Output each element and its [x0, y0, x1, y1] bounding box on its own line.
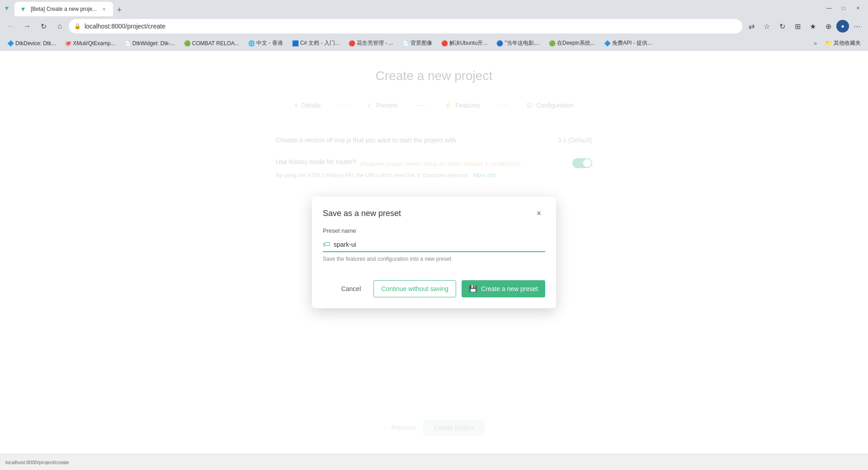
bookmark-icon-6: 🔴	[349, 40, 355, 47]
bookmarks-folder-label: 其他收藏夹	[834, 39, 861, 47]
bookmark-label-2: DtkWidget: Dtk-...	[132, 40, 175, 47]
bookmark-item-3[interactable]: 🟢 COMBAT RELOA...	[180, 39, 243, 47]
forward-button[interactable]: →	[20, 19, 34, 33]
new-tab-button[interactable]: +	[113, 4, 126, 16]
preset-name-label: Preset name	[323, 227, 545, 234]
tab-title: [Beta] Create a new proje...	[31, 6, 97, 12]
home-button[interactable]: ⌂	[52, 19, 67, 33]
bookmark-item-7[interactable]: 📄 背景图像	[399, 38, 436, 48]
bookmarks-more-button[interactable]: »	[811, 39, 820, 47]
modal-header: Save as a new preset ×	[312, 197, 556, 227]
bookmark-item-1[interactable]: 🐙 XMuli/QtExamp...	[61, 39, 118, 47]
nav-bar: ← → ↻ ⌂ 🔒 localhost:8000/project/create …	[0, 16, 868, 36]
bookmark-label-6: 花生壳管理 - ...	[357, 39, 393, 47]
continue-button[interactable]: Continue without saving	[373, 280, 456, 297]
bookmark-icon-2: 📄	[124, 40, 131, 47]
bookmark-icon-7: 📄	[402, 40, 409, 47]
bookmark-item-9[interactable]: 🔵 "当年这电影,...	[493, 38, 543, 48]
bookmark-icon-9: 🔵	[496, 40, 503, 47]
collections-button[interactable]: ⊕	[821, 19, 835, 33]
status-bar: localhost:8000/project/create	[0, 454, 868, 470]
title-bar: ▼ ▼ [Beta] Create a new proje... × + — □…	[0, 0, 868, 16]
cancel-button[interactable]: Cancel	[334, 281, 368, 297]
bookmark-item-2[interactable]: 📄 DtkWidget: Dtk-...	[121, 39, 179, 47]
bookmark-icon-1: 🐙	[65, 40, 71, 47]
preset-name-input[interactable]	[334, 241, 545, 248]
back-button[interactable]: ←	[4, 19, 18, 33]
browser-frame: ▼ ▼ [Beta] Create a new proje... × + — □…	[0, 0, 868, 470]
bookmark-item-0[interactable]: 🔷 DtkDevice: Dtk...	[4, 39, 59, 47]
bookmarks-bar: 🔷 DtkDevice: Dtk... 🐙 XMuli/QtExamp... 📄…	[0, 36, 868, 51]
bookmark-label-1: XMuli/QtExamp...	[73, 40, 115, 47]
browser-logo-icon: ▼	[4, 5, 11, 12]
bookmark-label-5: C# 文档 - 入门...	[300, 39, 340, 47]
favorites-button[interactable]: ★	[806, 19, 820, 33]
bookmark-label-3: COMBAT RELOA...	[192, 40, 239, 47]
bookmark-icon-10: 🟢	[549, 40, 555, 47]
maximize-button[interactable]: □	[837, 2, 850, 14]
nav-tools: ⇄ ☆ ↻ ⊞ ★ ⊕ ● ⋯	[744, 19, 864, 33]
form-hint: Save the features and configuration into…	[323, 256, 545, 262]
bookmark-label-11: 免费API - 提供...	[612, 39, 652, 47]
create-preset-button[interactable]: 💾 Create a new preset	[462, 280, 545, 297]
bookmark-item-8[interactable]: 🔴 解决Ubuntu开...	[438, 38, 491, 48]
preset-name-input-wrapper: 🏷	[323, 238, 545, 252]
bookmark-icon-0: 🔷	[7, 40, 14, 47]
save-icon: 💾	[469, 285, 477, 293]
bookmark-icon-11: 🔷	[604, 40, 610, 47]
modal-overlay: Save as a new preset × Preset name 🏷 Sav…	[0, 51, 868, 454]
bookmark-item-6[interactable]: 🔴 花生壳管理 - ...	[345, 38, 397, 48]
tag-icon: 🏷	[323, 240, 330, 249]
bookmark-label-7: 背景图像	[410, 39, 432, 47]
bookmark-label-9: "当年这电影,...	[505, 39, 540, 47]
minimize-button[interactable]: —	[823, 2, 835, 14]
window-controls-left: ▼	[4, 5, 11, 12]
close-button[interactable]: ×	[852, 2, 864, 14]
lock-icon: 🔒	[74, 23, 81, 29]
active-tab[interactable]: ▼ [Beta] Create a new proje... ×	[14, 2, 113, 16]
status-left: localhost:8000/project/create	[5, 460, 69, 465]
modal-body: Preset name 🏷 Save the features and conf…	[312, 227, 556, 273]
bookmark-button[interactable]: ☆	[760, 19, 774, 33]
modal-dialog: Save as a new preset × Preset name 🏷 Sav…	[312, 197, 556, 308]
tab-bar: ▼ [Beta] Create a new proje... × +	[14, 0, 823, 16]
bookmarks-folder-icon: 📁	[825, 40, 832, 47]
modal-close-button[interactable]: ×	[533, 207, 545, 220]
bookmark-label-4: 中文 - 香港	[256, 39, 283, 47]
bookmark-label-10: 在Deepin系统...	[557, 39, 595, 47]
tab-close-button[interactable]: ×	[100, 5, 108, 13]
bookmark-item-5[interactable]: 🟦 C# 文档 - 入门...	[288, 38, 343, 48]
profile-button[interactable]: ↻	[775, 19, 789, 33]
refresh-button[interactable]: ↻	[36, 19, 51, 33]
address-bar[interactable]: 🔒 localhost:8000/project/create	[69, 19, 742, 33]
address-text: localhost:8000/project/create	[85, 23, 737, 30]
bookmark-icon-5: 🟦	[292, 40, 298, 47]
tab-favicon-icon: ▼	[20, 5, 27, 13]
avatar-button[interactable]: ●	[836, 20, 849, 33]
window-controls-right: — □ ×	[823, 2, 864, 14]
menu-button[interactable]: ⋯	[850, 19, 864, 33]
bookmark-label-8: 解决Ubuntu开...	[449, 39, 488, 47]
extensions-button[interactable]: ⊞	[790, 19, 805, 33]
bookmark-icon-3: 🟢	[184, 40, 190, 47]
create-preset-label: Create a new preset	[481, 285, 538, 292]
bookmark-icon-8: 🔴	[441, 40, 448, 47]
bookmark-item-4[interactable]: 🌐 中文 - 香港	[245, 38, 287, 48]
bookmark-label-0: DtkDevice: Dtk...	[15, 40, 56, 47]
translate-button[interactable]: ⇄	[744, 19, 759, 33]
bookmark-item-10[interactable]: 🟢 在Deepin系统...	[545, 38, 599, 48]
modal-title: Save as a new preset	[323, 209, 401, 218]
page-content: Create a new project ≡ Details ── ✓ Pres…	[0, 51, 868, 454]
bookmark-icon-4: 🌐	[248, 40, 255, 47]
bookmark-item-11[interactable]: 🔷 免费API - 提供...	[600, 38, 656, 48]
bookmarks-folder[interactable]: 📁 其他收藏夹	[821, 38, 864, 48]
modal-footer: Cancel Continue without saving 💾 Create …	[312, 273, 556, 308]
